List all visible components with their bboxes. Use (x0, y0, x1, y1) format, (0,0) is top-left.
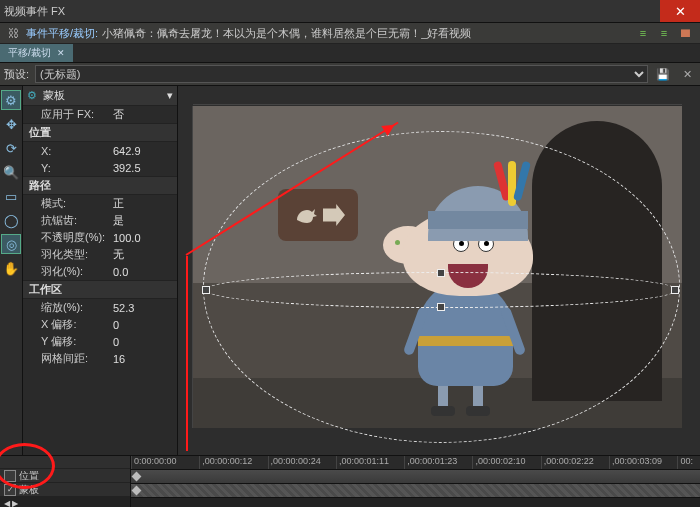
nostril-icon (395, 240, 400, 245)
timecode-tick: ,00:00:03:09 (609, 456, 677, 469)
preset-select[interactable]: (无标题) (35, 65, 648, 83)
track-mask[interactable] (131, 484, 700, 498)
timecode-tick: 00: (677, 456, 700, 469)
dropdown-icon: ▾ (167, 89, 173, 102)
tool-rect[interactable]: ▭ (1, 186, 21, 206)
timecode-ruler[interactable]: 0:00:00:00 ,00:00:00:12 ,00:00:00:24 ,00… (131, 456, 700, 470)
timeline-scrollbar[interactable] (131, 498, 700, 507)
scene-arch (532, 121, 662, 401)
pos-y-row[interactable]: Y:392.5 (23, 159, 177, 176)
mask-header-label: 蒙板 (43, 88, 65, 103)
tab-label: 平移/裁切 (8, 46, 51, 60)
mask-handle[interactable] (202, 286, 210, 294)
tool-gear[interactable]: ⚙ (1, 90, 21, 110)
feather-type-row[interactable]: 羽化类型:无 (23, 246, 177, 263)
yoff-row[interactable]: Y 偏移:0 (23, 333, 177, 350)
timeline-lane-header: 位置 ✓蒙板 ◀ ▶ (0, 456, 131, 507)
gear-icon: ⚙ (27, 89, 37, 102)
char-body (418, 281, 513, 386)
scene-sign (278, 189, 358, 241)
aa-row[interactable]: 抗锯齿:是 (23, 212, 177, 229)
preview-canvas[interactable] (178, 86, 700, 455)
mode-row[interactable]: 模式:正 (23, 195, 177, 212)
scene-character (393, 166, 538, 416)
panel-icon-2[interactable]: ≡ (655, 25, 673, 41)
pos-x-row[interactable]: X:642.9 (23, 142, 177, 159)
play-icon[interactable]: ▶ (12, 499, 18, 508)
char-belt (418, 336, 513, 346)
fx-tab-row: 平移/裁切 ✕ (0, 44, 700, 63)
property-panel: ⚙ 蒙板 ▾ 应用于 FX:否 位置 X:642.9 Y:392.5 路径 模式… (23, 86, 178, 455)
lane-checkbox[interactable] (4, 470, 16, 482)
keyframe-icon[interactable] (132, 472, 142, 482)
timecode-tick: ,00:00:00:24 (268, 456, 336, 469)
timecode-tick: ,00:00:02:22 (541, 456, 609, 469)
timecode-tick: ,00:00:02:10 (472, 456, 540, 469)
preset-row: 预设: (无标题) 💾 ✕ (0, 63, 700, 86)
grid-row[interactable]: 网格间距:16 (23, 350, 177, 367)
event-toolbar: ⛓ 事件平移/裁切: 小猪佩奇：佩奇去屠龙！本以为是个木偶，谁料居然是个巨无霸！… (0, 23, 700, 44)
mask-handle[interactable] (437, 269, 445, 277)
timeline-tracks[interactable]: 0:00:00:00 ,00:00:00:12 ,00:00:00:24 ,00… (131, 456, 700, 507)
char-boot (431, 406, 455, 416)
lane-position[interactable]: 位置 (0, 469, 130, 483)
zoom-row[interactable]: 缩放(%):52.3 (23, 299, 177, 316)
lane-checkbox[interactable]: ✓ (4, 484, 16, 496)
feather-row[interactable]: 羽化(%):0.0 (23, 263, 177, 280)
section-path[interactable]: 路径 (23, 176, 177, 195)
tool-hand[interactable]: ✋ (1, 258, 21, 278)
track-position[interactable] (131, 470, 700, 484)
tool-move[interactable]: ✥ (1, 114, 21, 134)
char-plume (498, 161, 533, 216)
timecode-tick: ,00:00:01:11 (336, 456, 404, 469)
tool-ellipse[interactable]: ◯ (1, 210, 21, 230)
timecode-tick: 0:00:00:00 (131, 456, 199, 469)
preset-menu-icon[interactable]: ✕ (678, 66, 696, 82)
window-title: 视频事件 FX (0, 4, 65, 19)
save-preset-icon[interactable]: 💾 (654, 66, 672, 82)
event-label: 事件平移/裁切: (26, 26, 98, 41)
video-viewport[interactable] (193, 106, 682, 428)
chain-icon[interactable]: ⛓ (4, 25, 22, 41)
panel-icon-3[interactable]: ⯀ (676, 25, 694, 41)
preset-label: 预设: (4, 67, 29, 82)
tab-pan-crop[interactable]: 平移/裁切 ✕ (0, 44, 73, 62)
section-workarea[interactable]: 工作区 (23, 280, 177, 299)
ruler-horizontal (193, 86, 682, 105)
char-boot (466, 406, 490, 416)
close-icon: ✕ (675, 4, 686, 19)
opacity-row[interactable]: 不透明度(%):100.0 (23, 229, 177, 246)
timecode-tick: ,00:00:00:12 (199, 456, 267, 469)
timecode-tick: ,00:00:01:23 (404, 456, 472, 469)
tool-rail: ⚙ ✥ ⟳ 🔍 ▭ ◯ ◎ ✋ (0, 86, 23, 455)
keyframe-timeline: 位置 ✓蒙板 ◀ ▶ 0:00:00:00 ,00:00:00:12 ,00:0… (0, 455, 700, 507)
mask-handle[interactable] (437, 303, 445, 311)
mask-handle[interactable] (671, 286, 679, 294)
panel-icon-1[interactable]: ≡ (634, 25, 652, 41)
lane-playback: ◀ ▶ (0, 497, 130, 507)
mask-header[interactable]: ⚙ 蒙板 ▾ (23, 86, 177, 106)
tool-target[interactable]: ◎ (1, 234, 21, 254)
clip-name: 小猪佩奇：佩奇去屠龙！本以为是个木偶，谁料居然是个巨无霸！_好看视频 (102, 26, 471, 41)
prev-icon[interactable]: ◀ (4, 499, 10, 508)
titlebar: 视频事件 FX ✕ (0, 0, 700, 23)
dragon-icon (291, 200, 321, 230)
section-position[interactable]: 位置 (23, 123, 177, 142)
apply-fx-row[interactable]: 应用于 FX:否 (23, 106, 177, 123)
keyframe-icon[interactable] (132, 486, 142, 496)
lane-mask[interactable]: ✓蒙板 (0, 483, 130, 497)
tool-rotate[interactable]: ⟳ (1, 138, 21, 158)
tool-zoom[interactable]: 🔍 (1, 162, 21, 182)
timeline-header-spacer (0, 456, 130, 469)
arrow-icon (323, 204, 345, 226)
ruler-vertical (178, 106, 193, 428)
xoff-row[interactable]: X 偏移:0 (23, 316, 177, 333)
close-button[interactable]: ✕ (660, 0, 700, 22)
tab-close-icon[interactable]: ✕ (57, 48, 65, 58)
